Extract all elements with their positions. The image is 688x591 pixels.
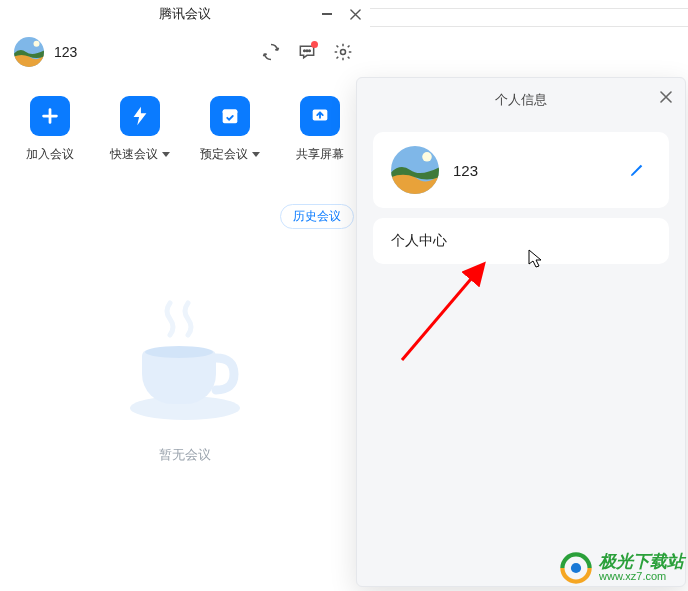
plus-icon xyxy=(30,96,70,136)
schedule-meeting-button[interactable]: 预定会议 xyxy=(194,96,266,163)
refresh-icon[interactable] xyxy=(258,39,284,65)
join-meeting-button[interactable]: 加入会议 xyxy=(14,96,86,163)
svg-point-2 xyxy=(304,50,306,52)
quick-meeting-button[interactable]: 快速会议 xyxy=(104,96,176,163)
personal-center-item[interactable]: 个人中心 xyxy=(373,218,669,264)
profile-card: 123 xyxy=(373,132,669,208)
personal-center-label: 个人中心 xyxy=(391,232,447,248)
user-bar: 123 xyxy=(0,28,370,76)
notification-dot xyxy=(311,41,318,48)
username[interactable]: 123 xyxy=(54,44,77,60)
chevron-down-icon xyxy=(252,152,260,157)
action-row: 加入会议 快速会议 预定会议 共享屏幕 xyxy=(0,76,370,169)
popover-header: 个人信息 xyxy=(357,78,685,122)
popover-title: 个人信息 xyxy=(495,91,547,109)
titlebar: 腾讯会议 xyxy=(0,0,370,28)
share-screen-label: 共享屏幕 xyxy=(296,146,344,163)
profile-name: 123 xyxy=(453,162,623,179)
svg-point-1 xyxy=(34,41,40,47)
close-button[interactable] xyxy=(346,5,364,23)
avatar[interactable] xyxy=(14,37,44,67)
svg-point-12 xyxy=(422,152,432,162)
calendar-icon xyxy=(210,96,250,136)
history-meetings-label: 历史会议 xyxy=(293,209,341,223)
svg-point-3 xyxy=(306,50,308,52)
svg-point-10 xyxy=(145,346,213,358)
lightning-icon xyxy=(120,96,160,136)
svg-point-5 xyxy=(341,50,346,55)
quick-meeting-label: 快速会议 xyxy=(110,146,158,163)
popover-close-button[interactable] xyxy=(655,86,677,108)
minimize-button[interactable] xyxy=(318,5,336,23)
schedule-meeting-label: 预定会议 xyxy=(200,146,248,163)
chat-icon[interactable] xyxy=(294,39,320,65)
share-icon xyxy=(300,96,340,136)
main-window: 腾讯会议 123 xyxy=(0,0,370,580)
profile-popover: 个人信息 123 个人中心 xyxy=(356,77,686,587)
history-meetings-button[interactable]: 历史会议 xyxy=(280,204,354,229)
empty-state: 暂无会议 xyxy=(110,280,260,464)
svg-point-4 xyxy=(309,50,311,52)
settings-icon[interactable] xyxy=(330,39,356,65)
join-meeting-label: 加入会议 xyxy=(26,146,74,163)
window-controls xyxy=(318,0,364,28)
chevron-down-icon xyxy=(162,152,170,157)
empty-text: 暂无会议 xyxy=(110,446,260,464)
app-title: 腾讯会议 xyxy=(159,5,211,23)
edit-profile-button[interactable] xyxy=(623,156,651,184)
share-screen-button[interactable]: 共享屏幕 xyxy=(284,96,356,163)
svg-rect-7 xyxy=(223,110,238,115)
avatar-large[interactable] xyxy=(391,146,439,194)
cup-illustration xyxy=(110,280,260,430)
